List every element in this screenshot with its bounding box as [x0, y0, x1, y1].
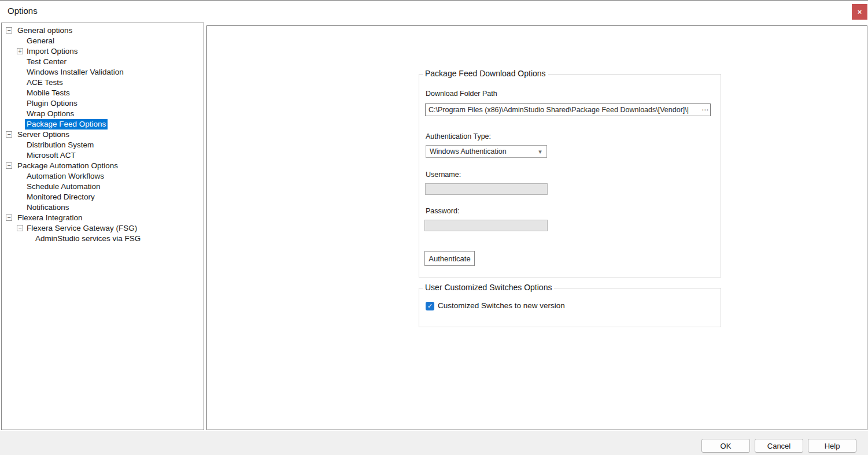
title-bar: Options — [0, 1, 868, 23]
customized-switches-checkbox-label: Customized Switches to new version — [438, 301, 565, 310]
options-content-panel: Package Feed Download Options Download F… — [206, 25, 867, 430]
user-customized-switches-options-group: User Customized Switches Options ✓ Custo… — [419, 288, 721, 327]
tree-item-label: Package Automation Options — [16, 161, 120, 171]
group-title: User Customized Switches Options — [423, 283, 554, 292]
tree-item-label: Import Options — [25, 46, 80, 57]
collapse-icon[interactable]: − — [6, 162, 12, 169]
tree-item-label: Automation Workflows — [25, 171, 106, 182]
tree-item-label: Mobile Tests — [25, 88, 72, 98]
tree-item-label: Test Center — [25, 57, 68, 67]
password-label: Password: — [426, 207, 459, 215]
expand-icon[interactable]: + — [17, 48, 23, 54]
close-icon: × — [858, 8, 862, 16]
authentication-type-dropdown[interactable]: Windows Authentication ▾ — [426, 145, 547, 158]
chevron-down-icon: ▾ — [534, 148, 546, 156]
customized-switches-checkbox[interactable]: ✓ — [426, 302, 434, 310]
tree-item[interactable]: Windows Installer Validation — [2, 67, 204, 77]
collapse-icon[interactable]: − — [6, 27, 12, 34]
tree-item-label: Notifications — [25, 202, 71, 213]
collapse-icon[interactable]: − — [17, 225, 23, 231]
collapse-icon[interactable]: − — [6, 131, 12, 138]
tree-item[interactable]: Monitored Directory — [2, 192, 204, 202]
tree-item[interactable]: Package Feed Options — [2, 119, 204, 130]
tree-item-label: General — [25, 36, 56, 46]
authentication-type-label: Authentication Type: — [426, 132, 491, 140]
authenticate-button[interactable]: Authenticate — [424, 251, 475, 266]
tree-item-label: Server Options — [16, 130, 71, 140]
browse-ellipsis-icon[interactable]: ⋯ — [700, 106, 710, 114]
tree-item[interactable]: Mobile Tests — [2, 88, 204, 98]
tree-item[interactable]: Notifications — [2, 202, 204, 213]
package-feed-download-options-group: Package Feed Download Options Download F… — [419, 74, 721, 278]
tree-item[interactable]: ACE Tests — [2, 77, 204, 88]
download-folder-path-label: Download Folder Path — [426, 90, 497, 98]
tree-item[interactable]: Schedule Automation — [2, 182, 204, 192]
close-button[interactable]: × — [852, 4, 867, 20]
download-folder-path-field[interactable]: C:\Program Files (x86)\AdminStudio Share… — [425, 103, 711, 116]
collapse-icon[interactable]: − — [6, 214, 12, 221]
ok-button[interactable]: OK — [701, 439, 750, 453]
download-folder-path-value: C:\Program Files (x86)\AdminStudio Share… — [426, 106, 700, 114]
checkmark-icon: ✓ — [427, 302, 433, 310]
tree-item[interactable]: −Flexera Integration — [2, 213, 204, 223]
tree-item-label: Windows Installer Validation — [25, 67, 125, 77]
tree-item[interactable]: Microsoft ACT — [2, 150, 204, 161]
tree-item-label: Flexera Integration — [16, 213, 84, 223]
authentication-type-value: Windows Authentication — [426, 147, 534, 156]
tree-item[interactable]: Automation Workflows — [2, 171, 204, 182]
tree-item[interactable]: Wrap Options — [2, 109, 204, 119]
tree-item-label: AdminStudio services via FSG — [34, 234, 142, 244]
tree-item[interactable]: AdminStudio services via FSG — [2, 234, 204, 244]
tree-item[interactable]: −Flexera Service Gateway (FSG) — [2, 223, 204, 234]
group-title: Package Feed Download Options — [423, 69, 548, 78]
tree-item-label: Monitored Directory — [25, 192, 97, 202]
window-title: Options — [8, 6, 38, 16]
tree-item-label: ACE Tests — [25, 77, 65, 88]
tree-item[interactable]: Test Center — [2, 57, 204, 67]
cancel-button[interactable]: Cancel — [755, 439, 803, 453]
username-field[interactable] — [425, 183, 548, 195]
tree-item-label: Package Feed Options — [25, 119, 108, 130]
tree-item-label: Wrap Options — [25, 109, 76, 119]
tree-item-label: Plugin Options — [25, 98, 79, 109]
help-button[interactable]: Help — [808, 439, 856, 453]
username-label: Username: — [426, 171, 461, 179]
tree-item[interactable]: −General options — [2, 25, 204, 36]
tree-item[interactable]: −Server Options — [2, 130, 204, 140]
tree-item-label: Flexera Service Gateway (FSG) — [25, 223, 139, 234]
tree-item-label: Distribution System — [25, 140, 95, 150]
tree-item[interactable]: Plugin Options — [2, 98, 204, 109]
dialog-footer: OK Cancel Help — [0, 431, 868, 455]
tree-item-label: Schedule Automation — [25, 182, 102, 192]
tree-item[interactable]: +Import Options — [2, 46, 204, 57]
tree-item-label: General options — [16, 25, 74, 36]
tree-item[interactable]: General — [2, 36, 204, 46]
tree-item[interactable]: Distribution System — [2, 140, 204, 150]
options-tree: −General optionsGeneral+Import OptionsTe… — [1, 23, 204, 430]
tree-item-label: Microsoft ACT — [25, 150, 77, 161]
tree-item[interactable]: −Package Automation Options — [2, 161, 204, 171]
password-field[interactable] — [424, 220, 548, 231]
